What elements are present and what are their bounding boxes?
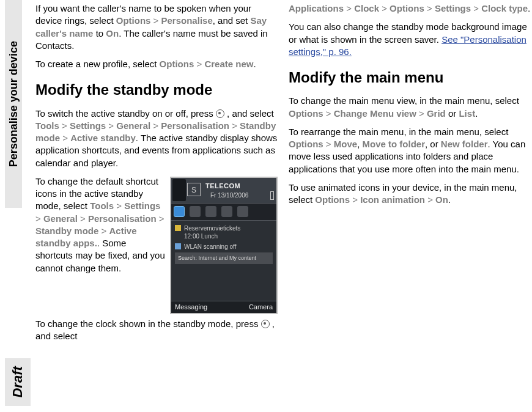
- section-tab-text: Personalise your device: [6, 41, 21, 167]
- paragraph: To create a new profile, select Options …: [35, 58, 278, 70]
- shortcut-icon: [237, 206, 248, 217]
- operator-logo: S: [187, 183, 201, 196]
- sep-icon: >: [382, 3, 387, 13]
- paragraph: To switch the active standby on or off, …: [35, 108, 278, 169]
- wlan-status: WLAN scanning off: [175, 243, 273, 251]
- text: , and select: [224, 108, 274, 119]
- sep-icon: >: [159, 213, 164, 224]
- shortcut-icon: [221, 206, 232, 217]
- text: To change the main menu view, in the mai…: [289, 95, 519, 106]
- softkey-bar: Messaging Camera: [171, 301, 276, 313]
- text: to: [93, 28, 106, 39]
- menu-path-item: Options: [289, 108, 323, 119]
- sep-icon: >: [346, 3, 352, 13]
- wlan-text: WLAN scanning off: [184, 243, 236, 251]
- paragraph: To change the clock shown in the standby…: [35, 318, 278, 343]
- sep-icon: >: [80, 213, 86, 224]
- paragraph: To rearrange the main menu, in the main …: [289, 126, 531, 175]
- sep-icon: >: [62, 133, 68, 143]
- text: To create a new profile, select: [35, 59, 160, 69]
- shortcut-bar: [171, 204, 276, 221]
- menu-path-item: Icon animation: [360, 194, 425, 205]
- menu-path-item: Applications: [289, 3, 344, 13]
- menu-path-item: Personalisation: [88, 213, 157, 224]
- paragraph: To use animated icons in your device, in…: [289, 182, 531, 207]
- menu-key-icon: [261, 320, 270, 328]
- setting-value: On: [106, 28, 119, 39]
- sep-icon: >: [153, 120, 158, 131]
- text: , or: [425, 139, 441, 149]
- menu-path-item: General: [43, 213, 78, 224]
- sep-icon: >: [352, 194, 358, 205]
- phone-screenshot: S TELECOM Fr 13/10/2006 Reservemovietick…: [170, 177, 278, 314]
- text: .: [475, 108, 478, 119]
- sep-icon: >: [419, 108, 424, 119]
- left-softkey: Messaging: [175, 303, 207, 312]
- menu-path-item: Options: [289, 139, 323, 149]
- menu-path-item: General: [116, 120, 150, 131]
- right-softkey: Camera: [249, 303, 273, 312]
- text: or: [446, 108, 459, 119]
- menu-path-item: New folder: [441, 139, 488, 149]
- menu-path-item: Personalise: [161, 15, 213, 26]
- shortcut-icon: [174, 206, 185, 217]
- phone-statusbar: S TELECOM Fr 13/10/2006: [171, 178, 276, 204]
- draft-watermark: Draft: [5, 358, 31, 406]
- left-column: If you want the caller's name to be spok…: [35, 0, 278, 412]
- paragraph: Applications > Clock > Options > Setting…: [289, 2, 531, 15]
- heading-standby: Modify the standby mode: [35, 80, 278, 100]
- menu-path-item: Options: [116, 15, 151, 26]
- sep-icon: >: [102, 226, 107, 236]
- menu-path-item: Tools: [90, 200, 114, 211]
- text: .: [528, 3, 530, 13]
- page-content: If you want the caller's name to be spok…: [35, 0, 532, 412]
- search-placeholder: Search: Internet and My content: [178, 255, 256, 261]
- sep-icon: >: [153, 15, 159, 26]
- text: , and set: [213, 15, 251, 26]
- operator-name: TELECOM: [205, 182, 240, 191]
- sep-icon: >: [196, 59, 202, 69]
- shortcut-icon: [205, 206, 216, 217]
- battery-icon: [270, 191, 274, 200]
- menu-path-item: Standby mode: [35, 226, 98, 236]
- text: To rearrange the main menu, in the main …: [289, 127, 508, 137]
- menu-path-item: Settings: [124, 200, 160, 211]
- menu-path-item: Active standby: [70, 133, 136, 143]
- signal-icon: [172, 179, 186, 201]
- menu-path-item: Move: [334, 139, 357, 149]
- wlan-icon: [175, 243, 181, 249]
- menu-path-item: Change Menu view: [334, 108, 416, 119]
- menu-path-item: Move to folder: [362, 139, 425, 149]
- text: To switch the active standby on or off, …: [35, 108, 216, 119]
- menu-path-item: Options: [160, 59, 194, 69]
- text: .: [253, 59, 256, 69]
- menu-path-item: List: [459, 108, 475, 119]
- sep-icon: >: [326, 108, 331, 119]
- heading-main-menu: Modify the main menu: [289, 68, 531, 87]
- menu-path-item: Tools: [35, 120, 59, 131]
- calendar-event: Reservemovietickets 12:00 Lunch: [175, 224, 273, 241]
- menu-path-item: Settings: [435, 3, 471, 13]
- calendar-icon: [175, 225, 181, 231]
- shortcut-icon: [190, 206, 201, 217]
- menu-key-icon: [216, 109, 224, 118]
- menu-path-item: Options: [390, 3, 424, 13]
- event-line: Reservemovietickets: [184, 224, 240, 233]
- phone-body: Reservemovietickets 12:00 Lunch WLAN sca…: [171, 221, 276, 264]
- menu-path-item: Options: [315, 194, 350, 205]
- sep-icon: >: [473, 3, 479, 13]
- right-column: Applications > Clock > Options > Setting…: [289, 0, 531, 412]
- draft-watermark-text: Draft: [9, 366, 27, 397]
- menu-path-item: Create new: [204, 59, 253, 69]
- sep-icon: >: [108, 120, 114, 131]
- menu-path-item: Clock: [354, 3, 379, 13]
- paragraph: You can also change the standby mode bac…: [289, 21, 531, 58]
- sep-icon: >: [62, 120, 67, 131]
- sep-icon: >: [427, 194, 433, 205]
- menu-path-item: Settings: [70, 120, 106, 131]
- paragraph: If you want the caller's name to be spok…: [35, 2, 278, 52]
- event-text: Reservemovietickets 12:00 Lunch: [184, 224, 240, 241]
- section-tab: Personalise your device: [5, 0, 22, 208]
- menu-path-item: Grid: [427, 108, 446, 119]
- phone-date: Fr 13/10/2006: [210, 191, 248, 200]
